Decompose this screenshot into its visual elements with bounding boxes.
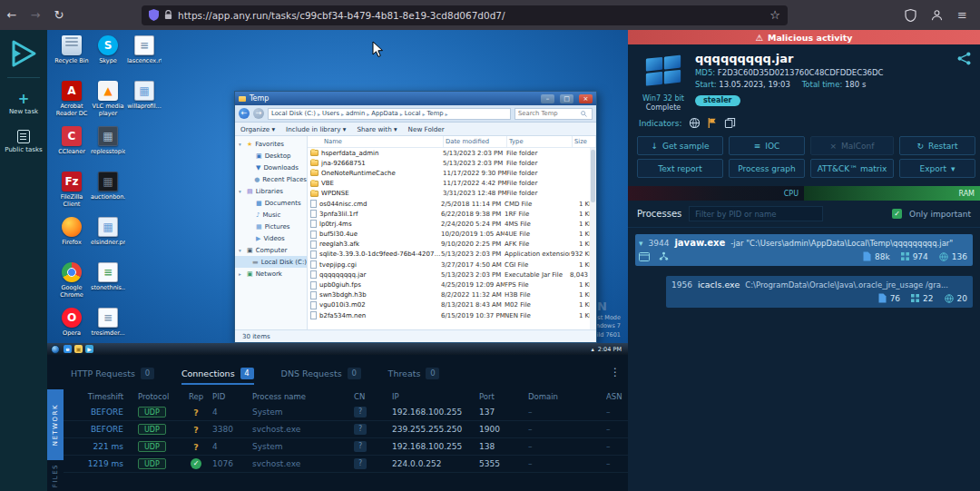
only-important-checkbox[interactable]: ✓ <box>892 209 902 219</box>
file-row[interactable]: VBE11/17/2022 4:42 PMFile folder <box>310 179 596 189</box>
restart-button[interactable]: ↻Restart <box>899 136 975 155</box>
file-row[interactable]: b2fa534m.nen6/15/2019 10:37 PMNEN File1 … <box>310 310 596 320</box>
file-row[interactable]: sqlite-3.39.3.0-1dc9feed-76b4-4207-a42e-… <box>310 250 596 260</box>
desktop-icon-stonethnis[interactable]: ≡stonethnis... <box>91 262 125 291</box>
column-header-name[interactable]: Name <box>322 136 444 147</box>
flag-indicator-icon[interactable] <box>707 117 718 129</box>
tree-item-documents[interactable]: ■Documents <box>235 197 307 209</box>
explorer-title-bar[interactable]: Temp – □ × <box>235 92 596 105</box>
network-counter[interactable]: 20 <box>945 294 967 303</box>
desktop-icon-filezilla-client[interactable]: FzFileZilla Client <box>54 172 89 208</box>
copy-indicator-icon[interactable] <box>724 117 736 129</box>
file-row[interactable]: 3pnfa3lil.1rf6/22/2018 9:38 PM1RF File1 … <box>310 209 596 219</box>
back-icon[interactable]: ← <box>0 8 24 22</box>
tree-item-pictures[interactable]: ▦Pictures <box>235 221 307 232</box>
file-row[interactable]: qqqqqqqqq.jar5/13/2023 2:03 PMExecutable… <box>310 270 596 280</box>
tree-item-computer[interactable]: ▾▣Computer <box>235 244 307 256</box>
media-player-icon[interactable]: ▶ <box>85 345 93 353</box>
file-row[interactable]: hsperfdata_admin5/13/2023 2:03 PMFile fo… <box>310 148 596 158</box>
malware-tag-badge[interactable]: stealer <box>695 95 740 106</box>
privacy-shield-icon[interactable] <box>905 9 916 22</box>
search-input[interactable] <box>518 110 578 117</box>
start-button[interactable] <box>51 345 60 354</box>
breadcrumb-segment[interactable]: Local Disk (C:) <box>271 110 316 117</box>
desktop-icon-elsindner-png[interactable]: ▦elsindner.png <box>91 217 125 246</box>
file-row[interactable]: swn3bdgh.h3b8/2/2022 11:32 AMH3B File1 K… <box>310 290 596 300</box>
public-tasks-button[interactable]: Public tasks <box>5 130 42 153</box>
tree-item-favorites[interactable]: ▾★Favorites <box>235 138 307 150</box>
ioc-button[interactable]: ≡IOC <box>729 136 805 155</box>
file-row[interactable]: lp0trj.4ms2/24/2020 5:24 PM4MS File1 KB <box>310 219 596 229</box>
internet-explorer-icon[interactable]: e <box>64 345 72 353</box>
tab-connections[interactable]: Connections 4 <box>181 368 254 383</box>
menu-icon[interactable]: ≡ <box>957 8 967 22</box>
breadcrumb-segment[interactable]: Temp <box>426 110 443 117</box>
window-icon[interactable] <box>639 252 650 261</box>
desktop-icon-recycle-bin[interactable]: Recycle Bin <box>54 35 89 64</box>
tab-http-requests[interactable]: HTTP Requests 0 <box>71 368 154 383</box>
desktop-icon-opera[interactable]: OOpera <box>54 308 89 337</box>
toolbar-share-with[interactable]: Share with ▾ <box>357 125 397 133</box>
tree-item-music[interactable]: ♪Music <box>235 209 307 221</box>
desktop-icon-ccleaner[interactable]: CCCleaner <box>54 126 89 155</box>
file-row[interactable]: buf5l30.4ue10/20/2019 1:05 AM4UE File1 K… <box>310 230 596 240</box>
file-row[interactable]: os044nisc.cmd2/5/2018 11:14 PMCMD File1 … <box>310 199 596 209</box>
maximize-button[interactable]: □ <box>560 94 573 103</box>
toolbar-organize[interactable]: Organize ▾ <box>240 125 275 133</box>
file-row[interactable]: upb0giuh.fps4/25/2019 12:09 AMFPS File1 … <box>310 280 596 290</box>
account-icon[interactable] <box>931 9 943 21</box>
malconf-button[interactable]: ×MalConf <box>810 136 894 155</box>
breadcrumb-segment[interactable]: admin <box>346 110 365 117</box>
url-text[interactable]: https://app.any.run/tasks/c99cbf34-b479-… <box>178 10 764 21</box>
tree-item-local-disk-c[interactable]: ▬Local Disk (C:) <box>235 256 307 268</box>
desktop-icon-firefox[interactable]: Firefox <box>54 217 89 246</box>
process-row-javaw[interactable]: ▾ 3944 javaw.exe -jar "C:\Users\admin\Ap… <box>635 234 973 266</box>
tree-item-desktop[interactable]: ▣Desktop <box>235 150 307 162</box>
tray-expand-icon[interactable]: ▴ <box>592 346 594 353</box>
connection-row[interactable]: 1219 msUDP✓1076svchost.exe?224.0.0.25253… <box>64 456 628 473</box>
md5-value[interactable]: F2D3C60D35D0213760C48CDFDDEC36DC <box>718 68 884 77</box>
side-tab-network[interactable]: NETWORK <box>47 389 64 460</box>
connection-row[interactable]: BEFOREUDP?4System?192.168.100.255137–– <box>64 404 628 421</box>
network-counter[interactable]: 136 <box>939 252 967 261</box>
connection-row[interactable]: BEFOREUDP?3380svchost.exe?239.255.255.25… <box>64 421 628 438</box>
desktop-icon-skype[interactable]: SSkype <box>91 35 125 64</box>
tree-item-videos[interactable]: ▶Videos <box>235 232 307 244</box>
search-box[interactable] <box>514 108 593 120</box>
tree-item-libraries[interactable]: ▾▤Libraries <box>235 185 307 197</box>
desktop-icon-tresimder[interactable]: ≡tresimder... <box>91 308 125 337</box>
text-report-button[interactable]: Text report <box>637 159 723 178</box>
files-counter[interactable]: 88k <box>863 251 890 261</box>
desktop-icon-acrobat-reader-dc[interactable]: AAcrobat Reader DC <box>54 81 89 117</box>
column-header-date[interactable]: Date modified <box>444 136 507 147</box>
windows-explorer-icon[interactable]: ▣ <box>74 345 83 353</box>
process-filter-input[interactable] <box>689 206 823 221</box>
tree-item-downloads[interactable]: ▼Downloads <box>235 162 307 173</box>
breadcrumb-segment[interactable]: Local <box>405 110 421 117</box>
file-row[interactable]: reeglah3.afk9/10/2020 2:25 PMAFK File1 K… <box>310 240 596 250</box>
files-counter[interactable]: 76 <box>878 293 900 303</box>
bookmark-star-icon[interactable]: ☆ <box>769 8 780 22</box>
file-row[interactable]: jna-926687515/13/2023 2:03 PMFile folder <box>310 158 596 168</box>
desktop-icon-willaprofil[interactable]: ▦willaprofil... <box>127 81 162 110</box>
tree-item-recent-places[interactable]: ●Recent Places <box>235 173 307 185</box>
tab-dns-requests[interactable]: DNS Requests 0 <box>281 368 361 383</box>
file-row[interactable]: tvepjipg.cgi3/27/2017 4:50 AMCGI File1 K… <box>310 260 596 270</box>
file-list-scrollbar[interactable] <box>590 148 596 329</box>
tab-threats[interactable]: Threats 0 <box>388 368 440 383</box>
process-row-icacls[interactable]: 1956 icacls.exe C:\ProgramData\Oracle\Ja… <box>666 276 973 308</box>
url-bar[interactable]: https://app.any.run/tasks/c99cbf34-b479-… <box>142 5 788 25</box>
tree-item-network[interactable]: ▸▣Network <box>235 268 307 280</box>
breadcrumb-segment[interactable]: AppData <box>371 110 398 117</box>
desktop-icon-vlc-media-player[interactable]: ▲VLC media player <box>91 81 125 117</box>
get-sample-button[interactable]: ↓Get sample <box>637 136 723 155</box>
desktop-icon-lascencex-rtf[interactable]: ≡lascencex.rtf <box>127 35 162 64</box>
share-icon[interactable] <box>957 52 971 65</box>
desktop-icon-auctionbon[interactable]: ▦auctionbon... <box>91 172 125 201</box>
explorer-window[interactable]: Temp – □ × ← → Local Disk (C:)▸Users▸adm… <box>234 91 597 343</box>
registry-counter[interactable]: 22 <box>911 294 933 303</box>
taskbar-clock[interactable]: 2:04 PM <box>598 346 622 353</box>
reload-icon[interactable]: ↻ <box>47 8 71 22</box>
column-header-size[interactable]: Size <box>573 136 596 147</box>
registry-counter[interactable]: 974 <box>901 252 928 261</box>
